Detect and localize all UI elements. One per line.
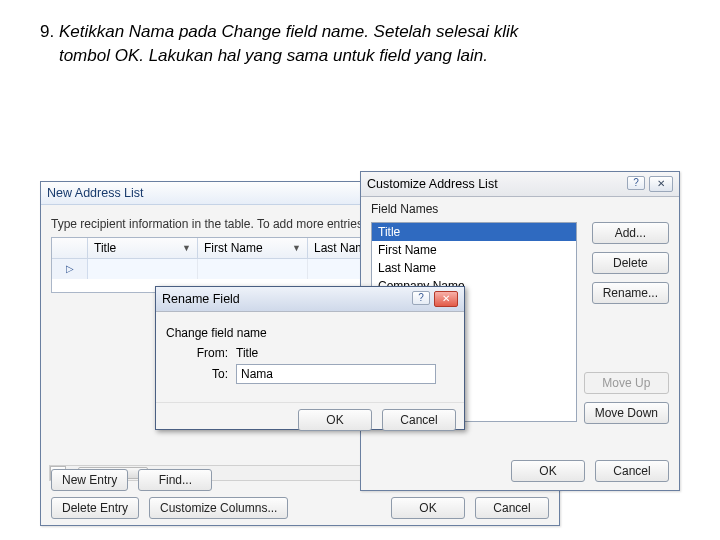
cell-title[interactable]: [88, 259, 198, 279]
nal-ok-button[interactable]: OK: [391, 497, 465, 519]
rename-field-dialog: Rename Field ? ✕ Change field name From:…: [155, 286, 465, 430]
help-icon[interactable]: ?: [412, 291, 430, 305]
dialog-title: Rename Field: [162, 292, 240, 306]
move-down-button[interactable]: Move Down: [584, 402, 669, 424]
column-header-first-name[interactable]: First Name▼: [198, 238, 308, 258]
column-header-title[interactable]: Title▼: [88, 238, 198, 258]
rename-button[interactable]: Rename...: [592, 282, 669, 304]
delete-entry-button[interactable]: Delete Entry: [51, 497, 139, 519]
find-button[interactable]: Find...: [138, 469, 212, 491]
customize-columns-button[interactable]: Customize Columns...: [149, 497, 288, 519]
list-item[interactable]: Title: [372, 223, 576, 241]
rename-cancel-button[interactable]: Cancel: [382, 409, 456, 431]
help-icon[interactable]: ?: [627, 176, 645, 190]
cell-first-name[interactable]: [198, 259, 308, 279]
close-icon[interactable]: ✕: [649, 176, 673, 192]
new-entry-button[interactable]: New Entry: [51, 469, 128, 491]
instruction-text: 9. Ketikkan Nama pada Change field name.…: [0, 0, 720, 78]
cal-cancel-button[interactable]: Cancel: [595, 460, 669, 482]
from-value: Title: [236, 346, 436, 360]
field-names-label: Field Names: [371, 202, 438, 216]
add-button[interactable]: Add...: [592, 222, 669, 244]
row-marker-icon: ▷: [66, 263, 74, 274]
dropdown-icon[interactable]: ▼: [292, 243, 301, 253]
move-up-button[interactable]: Move Up: [584, 372, 669, 394]
rename-ok-button[interactable]: OK: [298, 409, 372, 431]
titlebar[interactable]: Customize Address List ? ✕: [361, 172, 679, 197]
list-item[interactable]: Last Name: [372, 259, 576, 277]
instruction-line-1: Ketikkan Nama pada Change field name. Se…: [59, 22, 518, 41]
delete-button[interactable]: Delete: [592, 252, 669, 274]
dialog-title: Customize Address List: [367, 177, 498, 191]
dialog-title: New Address List: [47, 186, 144, 200]
instruction-number: 9.: [40, 22, 54, 41]
dropdown-icon[interactable]: ▼: [182, 243, 191, 253]
list-item[interactable]: First Name: [372, 241, 576, 259]
close-icon[interactable]: ✕: [434, 291, 458, 307]
cal-ok-button[interactable]: OK: [511, 460, 585, 482]
titlebar[interactable]: Rename Field ? ✕: [156, 287, 464, 312]
to-input[interactable]: [236, 364, 436, 384]
from-label: From:: [184, 346, 228, 360]
instruction-line-2: tombol OK. Lakukan hal yang sama untuk f…: [59, 46, 488, 65]
to-label: To:: [184, 367, 228, 381]
group-label: Change field name: [166, 326, 454, 340]
nal-cancel-button[interactable]: Cancel: [475, 497, 549, 519]
